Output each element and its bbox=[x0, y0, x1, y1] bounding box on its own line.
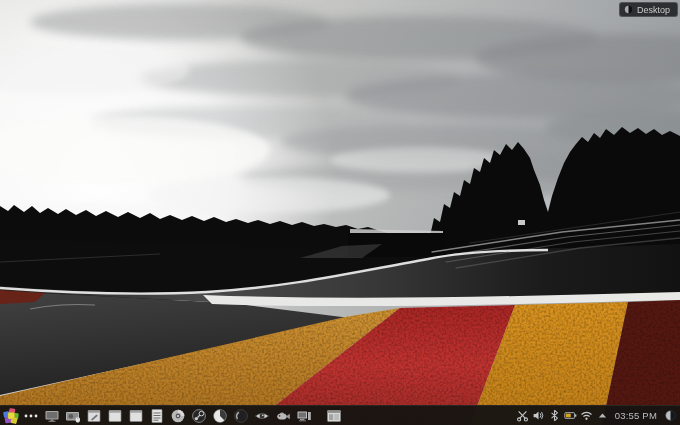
tray-expander-icon[interactable] bbox=[596, 409, 609, 422]
taskbar-panel: 03:55 PM bbox=[0, 405, 680, 425]
disc-burner-app[interactable] bbox=[170, 408, 186, 424]
media-viewer-app[interactable] bbox=[254, 408, 270, 424]
screen-recorder-app[interactable] bbox=[65, 408, 81, 424]
wallpaper-image bbox=[0, 0, 680, 425]
display-app[interactable] bbox=[44, 408, 60, 424]
taskbar-app-icons bbox=[44, 408, 342, 424]
window-app-1[interactable] bbox=[107, 408, 123, 424]
panel-toolbox-cashew-icon[interactable] bbox=[664, 409, 677, 422]
network-tray-icon[interactable] bbox=[580, 409, 593, 422]
wallpaper-art bbox=[0, 0, 680, 425]
bluetooth-tray-icon[interactable] bbox=[548, 409, 561, 422]
system-tray-icons bbox=[516, 409, 609, 422]
app-launcher-menu[interactable] bbox=[3, 408, 19, 424]
text-editor-app[interactable] bbox=[149, 408, 165, 424]
notes-app[interactable] bbox=[86, 408, 102, 424]
clipboard-tray-icon[interactable] bbox=[516, 409, 529, 422]
overflow-menu[interactable] bbox=[23, 408, 39, 424]
desktop-screen: Desktop bbox=[0, 0, 680, 425]
clock[interactable]: 03:55 PM bbox=[615, 410, 657, 421]
volume-tray-icon[interactable] bbox=[532, 409, 545, 422]
steam-app[interactable] bbox=[191, 408, 207, 424]
window-app-2[interactable] bbox=[128, 408, 144, 424]
system-tray: 03:55 PM bbox=[516, 409, 677, 422]
dark-browser-app[interactable] bbox=[233, 408, 249, 424]
desktop-button-label: Desktop bbox=[637, 5, 670, 15]
settings-app[interactable] bbox=[326, 408, 342, 424]
battery-tray-icon[interactable] bbox=[564, 409, 577, 422]
desktop-toolbox-button[interactable]: Desktop bbox=[619, 2, 678, 17]
desktop-sphere-icon bbox=[624, 5, 633, 14]
browser-app[interactable] bbox=[212, 408, 228, 424]
fish-app[interactable] bbox=[275, 408, 291, 424]
system-monitor-app[interactable] bbox=[296, 408, 312, 424]
